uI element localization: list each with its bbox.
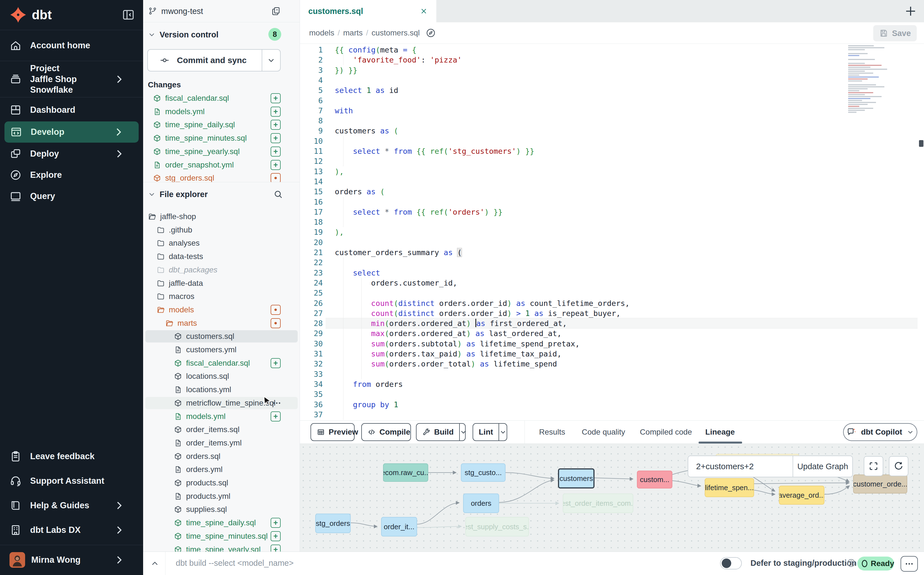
code-line[interactable]: 14 bbox=[300, 176, 924, 187]
tree-item-jaffle-shop[interactable]: jaffle-shop bbox=[143, 210, 300, 223]
stage-plus-badge[interactable]: + bbox=[271, 120, 281, 130]
code-line[interactable]: 33 bbox=[300, 369, 924, 379]
tree-item-time-spine-minutes-sql[interactable]: time_spine_minutes.sql+ bbox=[143, 529, 300, 543]
code-line[interactable]: 31 sum(orders.tax_paid) as lifetime_tax_… bbox=[300, 349, 924, 359]
tree-item-github[interactable]: .github bbox=[143, 223, 300, 237]
refresh-button[interactable] bbox=[889, 456, 908, 476]
tree-item-order-items-sql[interactable]: order_items.sql bbox=[143, 423, 300, 436]
tree-item-analyses[interactable]: analyses bbox=[143, 237, 300, 250]
command-input[interactable]: dbt build --select <model_name> bbox=[176, 559, 293, 568]
code-line[interactable]: 16 bbox=[300, 197, 924, 207]
code-line[interactable]: 24 orders.customer_id, bbox=[300, 278, 924, 288]
commit-and-sync-button[interactable]: Commit and sync bbox=[147, 49, 281, 71]
lineage-node-customers[interactable]: customers bbox=[558, 469, 594, 488]
tree-item-orders-sql[interactable]: orders.sql bbox=[143, 450, 300, 463]
code-line[interactable]: 19), bbox=[300, 227, 924, 237]
sidebar-item-develop[interactable]: Develop bbox=[5, 121, 139, 143]
save-button[interactable]: Save bbox=[873, 25, 917, 41]
sidebar-item-support-assistant[interactable]: Support Assistant bbox=[0, 470, 143, 492]
code-line[interactable]: 3}) }} bbox=[300, 65, 924, 75]
tree-item-locations-sql[interactable]: locations.sql bbox=[143, 370, 300, 383]
sidebar-item-account-home[interactable]: Account home bbox=[0, 35, 143, 56]
minimap[interactable] bbox=[848, 45, 896, 118]
code-line[interactable]: 32 sum(orders.order_total) as lifetime_s… bbox=[300, 359, 924, 369]
search-icon[interactable] bbox=[273, 189, 283, 199]
code-line[interactable]: 8 bbox=[300, 116, 924, 126]
lint-button[interactable]: Lint bbox=[472, 423, 507, 441]
code-line[interactable]: 27 count(distinct orders.order_id) > 1 a… bbox=[300, 308, 924, 318]
code-line[interactable]: 37 bbox=[300, 410, 924, 420]
lineage-node-stg-orders[interactable]: stg_orders bbox=[315, 514, 351, 533]
lineage-node-custom[interactable]: custom... bbox=[637, 470, 672, 488]
tree-item-marts[interactable]: marts• bbox=[143, 316, 300, 330]
stage-plus-badge[interactable]: + bbox=[271, 106, 281, 117]
build-button[interactable]: Build bbox=[416, 423, 466, 441]
stage-dot-badge[interactable]: • bbox=[271, 173, 281, 182]
help-icon[interactable] bbox=[846, 558, 856, 568]
sidebar-item-dbt-labs-dx[interactable]: dbt Labs DX bbox=[0, 519, 143, 541]
code-line[interactable]: 6 bbox=[300, 95, 924, 106]
lineage-node-ecom-raw-cu[interactable]: ecom.raw_cu... bbox=[383, 463, 428, 482]
sidebar-item-project[interactable]: ProjectJaffle Shop Snowflake bbox=[0, 61, 143, 98]
sidebar-item-help-guides[interactable]: Help & Guides bbox=[0, 495, 143, 516]
tab-compiled-code[interactable]: Compiled code bbox=[631, 421, 701, 443]
compile-button[interactable]: Compile bbox=[361, 423, 411, 441]
lineage-selector-value[interactable]: 2+customers+2 bbox=[688, 462, 792, 471]
tree-item-time-spine-yearly-sql[interactable]: time_spine_yearly.sql+ bbox=[143, 543, 300, 552]
code-line[interactable]: 21customer_orders_summary as ( bbox=[300, 247, 924, 257]
change-row-time-spine-daily-sql[interactable]: time_spine_daily.sql+ bbox=[143, 118, 300, 132]
sidebar-collapse-icon[interactable] bbox=[122, 8, 135, 21]
tree-item-jaffle-data[interactable]: jaffle-data bbox=[143, 276, 300, 290]
tree-item-dbt-packages[interactable]: dbt_packages bbox=[143, 263, 300, 276]
lint-dropdown[interactable] bbox=[499, 424, 507, 440]
stage-plus-badge[interactable]: + bbox=[271, 146, 281, 157]
sidebar-item-leave-feedback[interactable]: Leave feedback bbox=[0, 446, 143, 467]
change-row-time-spine-yearly-sql[interactable]: time_spine_yearly.sql+ bbox=[143, 145, 300, 158]
code-line[interactable]: 1{{ config(meta = { bbox=[300, 44, 924, 55]
lineage-selector-input[interactable]: 2+customers+2 Update Graph bbox=[688, 456, 853, 477]
change-row-models-yml[interactable]: models.yml+ bbox=[143, 105, 300, 118]
sidebar-item-explore[interactable]: Explore bbox=[0, 164, 143, 186]
tree-item-locations-yml[interactable]: locations.yml bbox=[143, 383, 300, 396]
code-line[interactable]: 28 min(orders.ordered_at) as first_order… bbox=[300, 318, 924, 329]
lineage-node-lifetime-spen[interactable]: lifetime_spen... bbox=[705, 478, 754, 497]
code-line[interactable]: 7with bbox=[300, 105, 924, 116]
sidebar-item-deploy[interactable]: Deploy bbox=[0, 143, 143, 164]
row-menu-icon[interactable] bbox=[272, 398, 282, 408]
code-line[interactable]: 2 'favorite_food': 'pizza' bbox=[300, 55, 924, 65]
more-options-button[interactable] bbox=[900, 556, 918, 572]
code-line[interactable]: 12 bbox=[300, 156, 924, 166]
lineage-node-test-supply-costs-s[interactable]: test_supply_costs_s... bbox=[465, 517, 529, 537]
code-line[interactable]: 9customers as ( bbox=[300, 125, 924, 136]
tree-item-metricflow-time-spine-sql[interactable]: metricflow_time_spine.sql bbox=[143, 396, 300, 410]
tab-lineage[interactable]: Lineage bbox=[699, 421, 741, 443]
tab-results[interactable]: Results bbox=[531, 421, 573, 443]
dbt-copilot-button[interactable]: dbt Copilot bbox=[843, 423, 917, 441]
copy-icon[interactable] bbox=[271, 6, 281, 16]
lineage-graph[interactable]: count_lifetim...ecom.raw_cu...stg_custo.… bbox=[300, 444, 924, 551]
breadcrumb-models[interactable]: models bbox=[309, 29, 334, 37]
code-line[interactable]: 15orders as ( bbox=[300, 186, 924, 197]
lineage-node-orders[interactable]: orders bbox=[463, 494, 499, 513]
code-line[interactable]: 17 select * from {{ ref('orders') }} bbox=[300, 207, 924, 217]
sidebar-item-query[interactable]: Query bbox=[0, 186, 143, 207]
stage-plus-badge[interactable]: + bbox=[271, 545, 281, 552]
code-line[interactable]: 35 bbox=[300, 389, 924, 399]
code-line[interactable]: 26 count(distinct orders.order_id) as co… bbox=[300, 298, 924, 308]
new-tab-icon[interactable] bbox=[904, 5, 917, 18]
code-line[interactable]: 4 bbox=[300, 75, 924, 86]
stage-plus-badge[interactable]: + bbox=[271, 160, 281, 170]
stage-plus-badge[interactable]: + bbox=[271, 133, 281, 143]
change-row-order-snapshot-yml[interactable]: order_snapshot.yml+ bbox=[143, 158, 300, 172]
code-line[interactable]: 20 bbox=[300, 237, 924, 248]
tree-item-orders-yml[interactable]: orders.yml bbox=[143, 463, 300, 476]
sidebar-item-dashboard[interactable]: Dashboard bbox=[0, 99, 143, 121]
update-graph-button[interactable]: Update Graph bbox=[793, 462, 852, 471]
stage-plus-badge[interactable]: + bbox=[271, 531, 281, 541]
lineage-node-test-order-items-com[interactable]: test_order_items_com... bbox=[563, 494, 633, 513]
build-dropdown[interactable] bbox=[459, 424, 467, 440]
commit-dropdown[interactable] bbox=[262, 50, 280, 71]
status-badge[interactable]: Ready bbox=[857, 557, 894, 570]
tree-item-order-items-yml[interactable]: order_items.yml bbox=[143, 436, 300, 450]
code-line[interactable]: 36 group by 1 bbox=[300, 399, 924, 410]
